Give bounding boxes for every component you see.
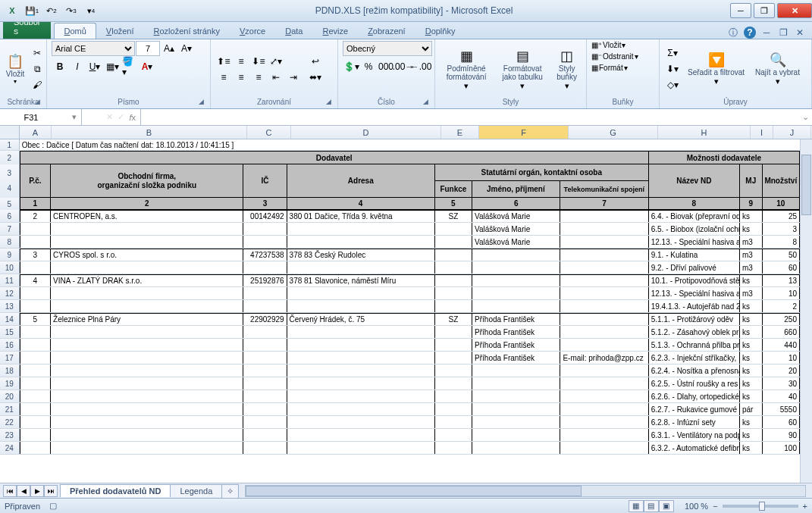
qat-redo[interactable]: ↷3 xyxy=(62,2,80,19)
tab-nav-first[interactable]: ⏮ xyxy=(3,485,17,497)
cell[interactable] xyxy=(435,403,472,415)
cell[interactable]: 00142492 xyxy=(243,210,287,222)
cell[interactable] xyxy=(20,287,51,299)
cell[interactable]: VINA - ZLATÝ DRAK s.r.o. xyxy=(51,274,243,286)
help-icon[interactable]: ? xyxy=(744,27,756,39)
cell[interactable] xyxy=(287,300,435,312)
cell[interactable]: ks xyxy=(740,377,763,389)
cell[interactable] xyxy=(472,442,560,454)
cell[interactable]: Valášková Marie xyxy=(472,236,560,248)
row-header[interactable]: 17 xyxy=(0,352,20,364)
cell[interactable] xyxy=(51,377,243,389)
cell[interactable] xyxy=(435,236,472,248)
cell[interactable] xyxy=(51,352,243,364)
cell[interactable] xyxy=(20,326,51,338)
cell[interactable]: Červený Hrádek, č. 75 xyxy=(287,313,435,325)
cell[interactable] xyxy=(20,300,51,312)
align-center-icon[interactable]: ≡ xyxy=(233,70,249,85)
cell[interactable] xyxy=(20,377,51,389)
cell[interactable] xyxy=(560,249,648,261)
cancel-formula-icon[interactable]: ✕ xyxy=(106,112,113,122)
ribbon-tab-doplňky[interactable]: Doplňky xyxy=(415,23,466,39)
orientation-icon[interactable]: ⤢▾ xyxy=(268,54,284,69)
percent-icon[interactable]: % xyxy=(360,59,377,74)
zoom-slider[interactable] xyxy=(723,505,798,508)
find-select-button[interactable]: 🔍Najít a vybrat▾ xyxy=(751,49,804,89)
row-header[interactable]: 12 xyxy=(0,287,20,299)
cell[interactable] xyxy=(243,236,287,248)
column-header-B[interactable]: B xyxy=(52,126,247,139)
conditional-format-button[interactable]: ▦Podmíněné formátování▾ xyxy=(440,45,493,93)
tab-nav-next[interactable]: ▶ xyxy=(30,485,44,497)
cell[interactable] xyxy=(243,300,287,312)
ribbon-tab-revize[interactable]: Revize xyxy=(312,23,358,39)
cell[interactable] xyxy=(243,364,287,377)
column-header-J[interactable]: J xyxy=(773,126,811,139)
cell[interactable] xyxy=(287,416,435,428)
cell[interactable] xyxy=(51,300,243,312)
cell[interactable] xyxy=(51,442,243,454)
format-table-button[interactable]: ▤Formátovat jako tabulku▾ xyxy=(496,45,549,93)
row-header[interactable]: 14 xyxy=(0,313,20,325)
cell[interactable]: 2 xyxy=(51,198,243,210)
cell[interactable]: 10 xyxy=(763,352,800,364)
font-name-select[interactable]: Arial CE xyxy=(52,41,135,56)
row-header[interactable]: 1 xyxy=(0,139,20,150)
ribbon-tab-vložení[interactable]: Vložení xyxy=(96,23,144,39)
zoom-level[interactable]: 100 % xyxy=(685,502,708,511)
cell[interactable]: 6.5. - Biobox (izolační ochr xyxy=(649,223,740,235)
cell[interactable]: 22902929 xyxy=(243,313,287,325)
cell[interactable]: ks xyxy=(740,390,763,402)
cell[interactable]: 378 81 Slavonice, náměstí Míru xyxy=(287,274,435,286)
cell[interactable]: 10.1. - Protipovodňová stě xyxy=(649,274,740,286)
cell[interactable]: E-mail: prihoda@zpp.cz xyxy=(560,352,648,364)
cell[interactable]: 13 xyxy=(763,274,800,286)
cell[interactable]: 3 xyxy=(763,223,800,235)
ribbon-tab-domů[interactable]: Domů xyxy=(54,23,96,39)
cell[interactable]: 250 xyxy=(763,313,800,325)
cell[interactable] xyxy=(435,442,472,454)
horizontal-scrollbar[interactable] xyxy=(245,485,806,497)
cell[interactable] xyxy=(472,429,560,441)
cell[interactable]: ks xyxy=(740,300,763,312)
decrease-font-icon[interactable]: A▾ xyxy=(178,41,195,56)
cell[interactable] xyxy=(51,429,243,441)
cell[interactable] xyxy=(51,287,243,299)
cell[interactable]: 12.13. - Speciální hasiva a xyxy=(649,287,740,299)
column-header-G[interactable]: G xyxy=(569,126,658,139)
cell[interactable] xyxy=(560,287,648,299)
cell[interactable]: IČ xyxy=(243,164,287,198)
align-right-icon[interactable]: ≡ xyxy=(250,70,267,85)
cell[interactable] xyxy=(51,261,243,274)
cell[interactable]: 4 xyxy=(287,198,435,210)
column-header-F[interactable]: F xyxy=(479,126,569,139)
cell[interactable]: 6.2.6. - Dlahy, ortopedické xyxy=(649,390,740,402)
cell[interactable]: 2 xyxy=(763,300,800,312)
row-header[interactable]: 11 xyxy=(0,274,20,286)
macro-record-icon[interactable]: ▢ xyxy=(49,501,57,511)
row-header[interactable]: 8 xyxy=(0,236,20,248)
cell[interactable] xyxy=(287,287,435,299)
cell[interactable]: 60 xyxy=(763,261,800,274)
cell[interactable]: ks xyxy=(740,274,763,286)
border-button[interactable]: ▦▾ xyxy=(104,59,121,74)
cell[interactable]: Příhoda František xyxy=(472,313,560,325)
cell[interactable] xyxy=(287,261,435,274)
cell[interactable]: CENTROPEN, a.s. xyxy=(51,210,243,222)
tab-nav-prev[interactable]: ◀ xyxy=(17,485,30,497)
row-header[interactable]: 23 xyxy=(0,429,20,441)
format-cells-button[interactable]: ▦ Formát ▾ xyxy=(591,64,628,72)
cell[interactable] xyxy=(472,287,560,299)
cell[interactable]: ks xyxy=(740,416,763,428)
cell[interactable]: 20 xyxy=(763,364,800,377)
row-header[interactable]: 20 xyxy=(0,390,20,402)
cell[interactable]: ks xyxy=(740,442,763,454)
enter-formula-icon[interactable]: ✓ xyxy=(118,112,124,122)
cell[interactable]: ks xyxy=(740,364,763,377)
cell[interactable]: 9.1. - Kulatina xyxy=(649,249,740,261)
align-top-icon[interactable]: ⬆≡ xyxy=(215,54,232,69)
cut-button[interactable]: ✂ xyxy=(29,45,45,61)
cell[interactable]: 6.4. - Biovak (přepravní od xyxy=(649,210,740,222)
row-header[interactable]: 13 xyxy=(0,300,20,312)
vertical-scrollbar[interactable] xyxy=(800,139,812,483)
